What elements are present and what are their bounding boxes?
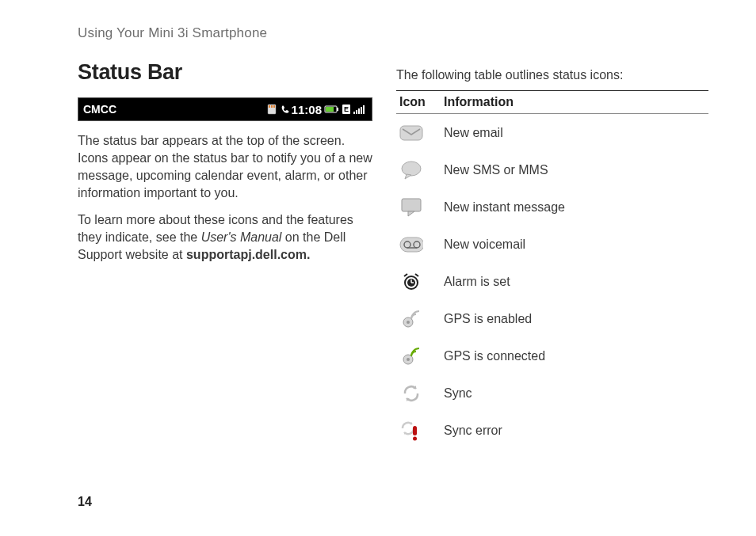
left-column: Status Bar CMCC 11:08 E The stat bbox=[78, 55, 372, 449]
info-cell: GPS is connected bbox=[444, 349, 708, 363]
info-cell: New voicemail bbox=[444, 238, 708, 252]
gps-enabled-icon bbox=[399, 310, 423, 329]
battery-icon bbox=[324, 105, 340, 114]
edge-icon: E bbox=[342, 105, 350, 114]
svg-rect-3 bbox=[273, 105, 275, 108]
time-label: 11:08 bbox=[292, 103, 322, 116]
sd-card-icon bbox=[266, 104, 277, 115]
support-site-url: supportapj.dell.com. bbox=[186, 248, 310, 261]
svg-point-29 bbox=[413, 436, 417, 440]
column-header-icon: Icon bbox=[396, 95, 444, 109]
info-cell: Sync bbox=[444, 386, 708, 401]
table-intro: The following table outlines status icon… bbox=[396, 68, 708, 82]
icon-cell bbox=[396, 384, 444, 403]
im-icon bbox=[399, 198, 423, 217]
icon-cell bbox=[396, 198, 444, 217]
sms-icon bbox=[399, 161, 423, 180]
signal-icon bbox=[353, 104, 367, 115]
svg-rect-5 bbox=[337, 108, 338, 111]
table-row: Sync error bbox=[396, 412, 708, 449]
info-cell: Alarm is set bbox=[444, 275, 708, 289]
svg-rect-11 bbox=[363, 105, 365, 114]
table-row: GPS is enabled bbox=[396, 300, 708, 337]
table-row: New SMS or MMS bbox=[396, 151, 708, 188]
column-header-information: Information bbox=[444, 95, 708, 109]
right-column: The following table outlines status icon… bbox=[396, 55, 708, 449]
icon-cell bbox=[396, 310, 444, 329]
svg-rect-7 bbox=[353, 112, 355, 114]
phone-icon bbox=[280, 105, 289, 114]
table-row: New instant message bbox=[396, 188, 708, 226]
icon-cell bbox=[396, 347, 444, 366]
table-row: New voicemail bbox=[396, 226, 708, 263]
table-header-row: Icon Information bbox=[396, 90, 708, 114]
sync-icon bbox=[399, 384, 423, 403]
status-bar-right: 11:08 E bbox=[266, 103, 367, 116]
voicemail-icon bbox=[399, 235, 423, 254]
paragraph-2: To learn more about these icons and the … bbox=[78, 211, 372, 264]
icon-cell bbox=[396, 124, 444, 143]
svg-rect-10 bbox=[361, 107, 362, 114]
users-manual-reference: User's Manual bbox=[201, 230, 282, 244]
table-row: Alarm is set bbox=[396, 263, 708, 300]
info-cell: New email bbox=[444, 126, 708, 140]
page-header: Using Your Mini 3i Smartphone bbox=[78, 25, 708, 41]
info-cell: New SMS or MMS bbox=[444, 163, 708, 177]
icon-cell bbox=[396, 272, 444, 291]
paragraph-1: The status bar appears at the top of the… bbox=[78, 132, 372, 202]
svg-point-27 bbox=[407, 358, 410, 361]
alarm-icon bbox=[399, 272, 423, 291]
svg-point-13 bbox=[402, 162, 421, 176]
icon-cell bbox=[396, 235, 444, 254]
svg-rect-8 bbox=[356, 110, 357, 114]
sync-error-icon bbox=[399, 421, 423, 440]
svg-point-25 bbox=[407, 321, 410, 324]
svg-rect-9 bbox=[358, 108, 360, 114]
icon-cell bbox=[396, 421, 444, 440]
content-columns: Status Bar CMCC 11:08 E The stat bbox=[78, 55, 708, 449]
info-cell: Sync error bbox=[444, 424, 708, 438]
table-row: Sync bbox=[396, 374, 708, 412]
table-row: GPS is connected bbox=[396, 337, 708, 374]
svg-rect-14 bbox=[402, 199, 421, 211]
status-bar-screenshot: CMCC 11:08 E bbox=[78, 97, 372, 121]
info-cell: New instant message bbox=[444, 200, 708, 215]
svg-rect-1 bbox=[269, 105, 270, 108]
svg-rect-2 bbox=[271, 105, 273, 108]
info-cell: GPS is enabled bbox=[444, 312, 708, 326]
svg-rect-28 bbox=[413, 426, 417, 435]
email-icon bbox=[399, 124, 423, 143]
page-number: 14 bbox=[78, 495, 92, 509]
svg-rect-12 bbox=[400, 126, 422, 140]
carrier-label: CMCC bbox=[83, 103, 116, 116]
svg-rect-6 bbox=[326, 107, 334, 112]
section-title: Status Bar bbox=[78, 60, 372, 85]
table-row: New email bbox=[396, 114, 708, 151]
icon-cell bbox=[396, 161, 444, 180]
gps-connected-icon bbox=[399, 347, 423, 366]
